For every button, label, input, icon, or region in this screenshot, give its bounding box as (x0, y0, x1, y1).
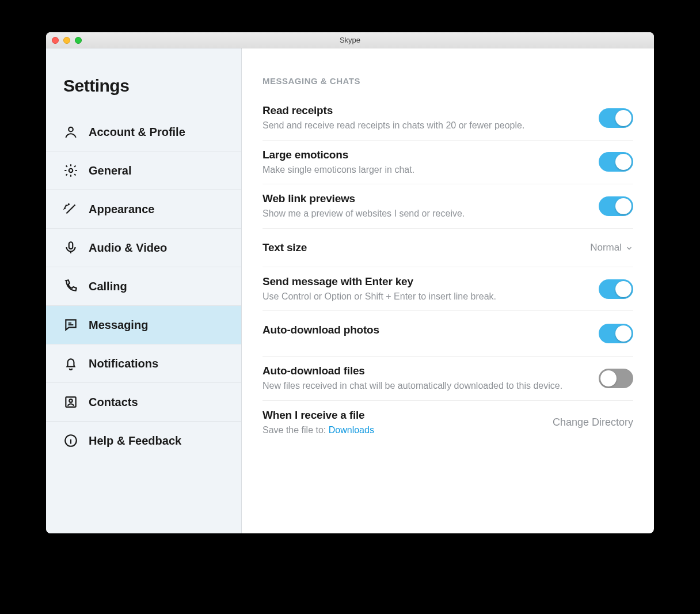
row-desc: Use Control or Option or Shift + Enter t… (262, 290, 589, 303)
minimize-button[interactable] (63, 37, 70, 44)
sidebar-item-label: Contacts (89, 396, 138, 409)
sidebar-item-label: Appearance (89, 203, 155, 216)
sidebar-item-account[interactable]: Account & Profile (46, 113, 241, 151)
sidebar-item-notifications[interactable]: Notifications (46, 344, 241, 383)
traffic-lights (52, 37, 82, 44)
save-to-prefix: Save the file to: (262, 425, 329, 435)
sidebar-item-label: Notifications (89, 357, 158, 370)
svg-point-1 (69, 169, 73, 173)
row-title: Large emoticons (262, 149, 589, 161)
sidebar-title: Settings (46, 68, 241, 113)
row-desc: Make single emoticons larger in chat. (262, 164, 589, 176)
microphone-icon (63, 240, 78, 255)
text-size-value: Normal (590, 242, 622, 253)
sidebar-item-label: Messaging (89, 319, 148, 332)
toggle-send-enter[interactable] (599, 279, 633, 299)
svg-point-4 (69, 399, 72, 402)
row-web-link-previews: Web link previews Show me a preview of w… (262, 184, 633, 229)
sidebar-item-general[interactable]: General (46, 151, 241, 190)
row-title: Web link previews (262, 192, 589, 205)
sidebar-item-appearance[interactable]: Appearance (46, 190, 241, 229)
row-desc: Send and receive read receipts in chats … (262, 119, 589, 132)
toggle-auto-files[interactable] (599, 369, 633, 388)
contacts-icon (63, 395, 78, 410)
change-directory-button[interactable]: Change Directory (553, 416, 633, 429)
phone-icon (63, 279, 78, 294)
row-receive-file: When I receive a file Save the file to: … (262, 401, 633, 445)
row-large-emoticons: Large emoticons Make single emoticons la… (262, 141, 633, 185)
svg-point-0 (69, 127, 73, 132)
row-send-enter: Send message with Enter key Use Control … (262, 267, 633, 312)
svg-rect-2 (69, 242, 73, 249)
sidebar-item-audio-video[interactable]: Audio & Video (46, 229, 241, 267)
row-title: Auto-download files (262, 365, 589, 377)
toggle-web-link-previews[interactable] (599, 196, 633, 216)
bell-icon (63, 356, 78, 371)
row-title: Text size (262, 241, 581, 254)
person-icon (63, 124, 78, 139)
sidebar-item-messaging[interactable]: Messaging (46, 306, 241, 344)
row-read-receipts: Read receipts Send and receive read rece… (262, 96, 633, 141)
sidebar-item-label: General (89, 164, 131, 177)
window: Skype Settings Account & Profile General (46, 32, 654, 533)
row-desc: Show me a preview of websites I send or … (262, 207, 589, 220)
zoom-button[interactable] (75, 37, 82, 44)
sidebar: Settings Account & Profile General Appea… (46, 48, 242, 533)
sidebar-item-calling[interactable]: Calling (46, 267, 241, 306)
content: Settings Account & Profile General Appea… (46, 48, 654, 533)
gear-icon (63, 163, 78, 178)
window-title: Skype (46, 36, 654, 44)
sidebar-item-label: Help & Feedback (89, 434, 181, 448)
sidebar-item-label: Calling (89, 280, 127, 293)
row-desc: New files received in chat will be autom… (262, 380, 589, 392)
row-text-size: Text size Normal (262, 229, 633, 267)
toggle-auto-photos[interactable] (599, 324, 633, 343)
info-icon (63, 433, 78, 448)
sidebar-item-label: Audio & Video (89, 241, 167, 255)
wand-icon (63, 202, 78, 217)
chevron-down-icon (625, 244, 633, 252)
toggle-read-receipts[interactable] (599, 108, 633, 128)
row-title: Auto-download photos (262, 324, 589, 336)
text-size-select[interactable]: Normal (590, 242, 633, 253)
main-panel: MESSAGING & CHATS Read receipts Send and… (242, 48, 654, 533)
sidebar-item-contacts[interactable]: Contacts (46, 383, 241, 422)
row-auto-photos: Auto-download photos (262, 311, 633, 357)
row-title: When I receive a file (262, 409, 543, 422)
row-title: Send message with Enter key (262, 275, 589, 288)
chat-icon (63, 317, 78, 332)
row-title: Read receipts (262, 104, 589, 117)
toggle-large-emoticons[interactable] (599, 152, 633, 172)
titlebar: Skype (46, 32, 654, 48)
section-header: MESSAGING & CHATS (262, 76, 633, 86)
row-desc: Save the file to: Downloads (262, 424, 543, 437)
close-button[interactable] (52, 37, 59, 44)
sidebar-item-label: Account & Profile (89, 126, 185, 139)
sidebar-item-help[interactable]: Help & Feedback (46, 422, 241, 460)
row-auto-files: Auto-download files New files received i… (262, 357, 633, 401)
downloads-link[interactable]: Downloads (329, 425, 374, 435)
